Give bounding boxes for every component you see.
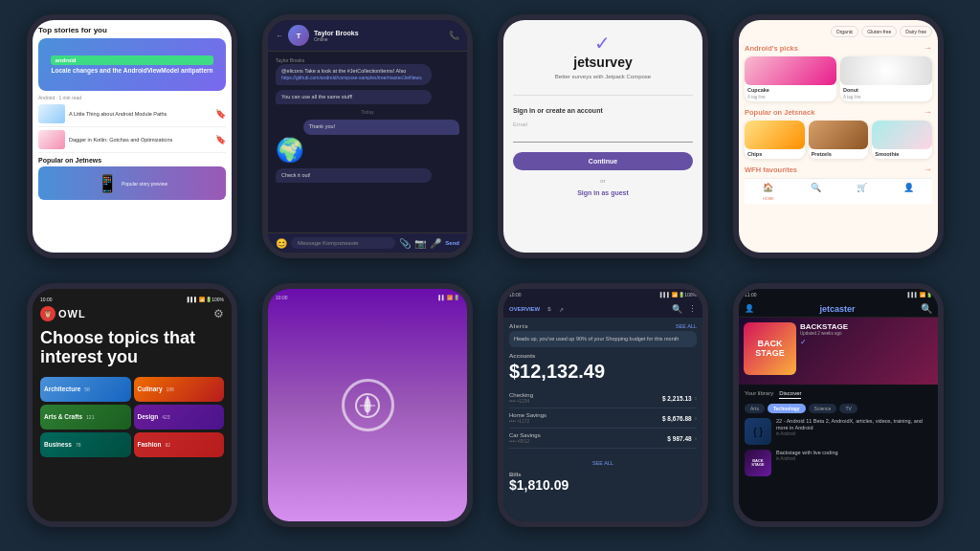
owl-topic-business[interactable]: Business 78	[40, 432, 131, 457]
finance-account-checking[interactable]: Checking •••• •1234 $ 2,215.13 ›	[509, 388, 697, 408]
owl-topic-fashion[interactable]: Fashion 92	[134, 432, 225, 457]
settings-icon[interactable]: ⚙	[213, 307, 224, 320]
send-button[interactable]: Send	[445, 240, 459, 246]
finance-alert-box: Heads up, you've used up 90% of your Sho…	[509, 331, 697, 347]
phone-jetsnack: Organic Gluten-free Dairy free Android's…	[733, 14, 944, 258]
accounts-see-all[interactable]: SEE ALL	[509, 452, 697, 469]
msg-body: Taylor Brooks @elicons Take a look at th…	[268, 52, 467, 208]
finance-tab-bills[interactable]: ↗	[559, 306, 564, 313]
jetsurvey-guest-btn[interactable]: Sign in as guest	[577, 189, 629, 196]
jetsnack-card-cupcake[interactable]: Cupcake A tag line	[745, 56, 836, 101]
owl-topics-grid: Architecture 58 Culinary 188 Arts & Craf…	[40, 377, 224, 457]
jetnews-item-2-text: Dagger in Kotlin: Gotchas and Optimizati…	[69, 137, 212, 143]
finance-account-car-savings[interactable]: Car Savings •••• •9512 $ 987.48 ›	[509, 429, 697, 449]
jetsnack-card-smoothie[interactable]: Smoothie	[872, 121, 932, 159]
home-savings-chevron: ›	[695, 415, 697, 422]
bookmark-icon-1: 🔖	[215, 109, 226, 119]
more-icon[interactable]: ⋮	[688, 304, 697, 314]
chip-organic[interactable]: Organic	[831, 26, 859, 37]
nav-profile[interactable]: 👤	[903, 183, 914, 202]
section2-arrow[interactable]: →	[924, 107, 932, 117]
jetsnack-card-pretzels[interactable]: Pretzels	[809, 121, 869, 159]
bills-amount: $1,810.09	[509, 477, 697, 493]
owl-topic-architecture[interactable]: Architecture 58	[40, 377, 131, 402]
jetsurvey-tagline: Better surveys with Jetpack Compose	[555, 74, 651, 79]
emoji-icon[interactable]: 😊	[276, 238, 287, 249]
finance-tab-overview[interactable]: OVERVIEW	[509, 306, 540, 312]
finance-account-home-savings[interactable]: Home Savings •••• •1172 $ 8,676.88 ›	[509, 408, 697, 429]
camera-icon[interactable]: 📷	[414, 238, 426, 249]
crane-icon	[342, 379, 394, 431]
owl-topic-culinary[interactable]: Culinary 188	[134, 377, 225, 402]
jetcaster-status-bar: 11:00 ▌▌▌ 📶 🔋	[739, 289, 938, 300]
alerts-see-all[interactable]: SEE ALL	[676, 323, 697, 329]
purple-status-bar: 10:00 ▌▌ 📶 🔋	[276, 295, 459, 300]
back-icon[interactable]: ←	[276, 32, 283, 40]
owl-signal: ▌▌▌ 📶 🔋100%	[188, 297, 224, 302]
pod-thumb-1: { }	[745, 418, 771, 445]
finance-tab-accounts[interactable]: $	[547, 306, 550, 312]
owl-time: 10:00	[40, 297, 53, 302]
msg-input[interactable]: Message Kompozwaste	[291, 237, 395, 249]
architecture-count: 58	[84, 386, 90, 392]
jetsnack-section1: Android's picks →	[745, 43, 932, 53]
architecture-label: Architecture	[44, 386, 80, 392]
tab-your-library[interactable]: Your library	[745, 388, 773, 399]
jetsurvey-logo-text: jetsurvey	[573, 55, 632, 70]
msg-text-4: Check it out!	[276, 168, 432, 183]
smoothie-label: Smoothie	[872, 149, 932, 159]
cat-science[interactable]: Science	[809, 404, 837, 413]
phone-jetcaster: 11:00 ▌▌▌ 📶 🔋 👤 jetcaster 🔍 BACKSTAGE BA…	[733, 283, 944, 527]
finance-signal: ▌▌▌ 📶 🔋100%	[660, 292, 697, 298]
finance-tabs: OVERVIEW $ ↗ 🔍 ⋮	[503, 300, 702, 318]
jetsurvey-continue-btn[interactable]: Continue	[513, 152, 693, 170]
cat-arts[interactable]: Arts	[745, 404, 765, 413]
owl-topic-design[interactable]: Design 423	[134, 405, 225, 430]
call-icon[interactable]: 📞	[449, 31, 459, 40]
jetcaster-back-icon[interactable]: 👤	[745, 304, 754, 313]
jetcaster-pod-item-1[interactable]: { } 22 - Android 11 Beta 2, AndroidX, ar…	[745, 418, 932, 445]
car-savings-num: •••• •9512	[509, 438, 541, 444]
featured-thumb: BACKSTAGE	[744, 322, 796, 375]
jetsnack-picks-row: Cupcake A tag line Donut A tag line	[745, 56, 932, 101]
section3-arrow[interactable]: →	[924, 165, 932, 174]
cat-tv[interactable]: TV	[839, 404, 857, 413]
jetnews-item-1-text: A Little Thing about Android Module Path…	[69, 111, 212, 118]
jetsnack-section2: Popular on Jetsnack →	[745, 107, 932, 117]
jetsurvey-email-input[interactable]	[513, 139, 693, 143]
cat-technology[interactable]: Technology	[768, 404, 806, 413]
mic-icon[interactable]: 🎤	[430, 238, 441, 249]
alerts-label: Alerts	[509, 323, 528, 329]
jetnews-item-2[interactable]: Dagger in Kotlin: Gotchas and Optimizati…	[38, 130, 226, 153]
section1-arrow[interactable]: →	[924, 43, 932, 53]
jetsnack-card-donut[interactable]: Donut A tag line	[840, 56, 932, 101]
jetsnack-card-chips[interactable]: Chips	[745, 121, 805, 159]
jetcaster-library: Your library Discover Arts Technology Sc…	[739, 385, 938, 485]
jetcaster-featured: BACKSTAGE BACKSTAGE Updated 2 weeks ago …	[739, 318, 938, 385]
car-savings-amount: $ 987.48	[667, 435, 691, 442]
chips-img	[745, 121, 805, 149]
checking-num: •••• •1234	[509, 398, 533, 404]
finance-time: 10:00	[509, 292, 522, 298]
jetsnack-bottom-nav: 🏠HOME 🔍 🛒 👤	[745, 178, 932, 204]
nav-cart[interactable]: 🛒	[857, 183, 867, 202]
chip-glutenfree[interactable]: Gluten-free	[861, 26, 897, 37]
nav-search[interactable]: 🔍	[811, 183, 821, 202]
jetnews-item-1[interactable]: A Little Thing about Android Module Path…	[38, 104, 226, 127]
phone-jetsurvey: ✓ jetsurvey Better surveys with Jetpack …	[498, 14, 708, 258]
featured-bg: BACKSTAGE BACKSTAGE Updated 2 weeks ago …	[739, 318, 938, 385]
chip-dairyfree[interactable]: Dairy free	[900, 26, 932, 37]
business-label: Business	[44, 441, 72, 448]
jetsnack-chips: Organic Gluten-free Dairy free	[745, 26, 932, 37]
search-icon[interactable]: 🔍	[672, 304, 682, 314]
jetcaster-search-icon[interactable]: 🔍	[921, 303, 932, 314]
donut-img	[840, 56, 932, 85]
jetcaster-pod-item-2[interactable]: BACKSTAGE Backstage with live coding in …	[745, 450, 932, 476]
design-label: Design	[138, 413, 159, 420]
nav-home[interactable]: 🏠HOME	[763, 183, 774, 202]
msg-bubble-2: You can use all the same stuff!	[276, 90, 459, 104]
owl-logo-icon: 🦉	[40, 306, 56, 321]
tab-discover[interactable]: Discover	[779, 388, 801, 399]
attach-icon[interactable]: 📎	[399, 238, 411, 249]
owl-topic-arts[interactable]: Arts & Crafts 121	[40, 405, 131, 430]
